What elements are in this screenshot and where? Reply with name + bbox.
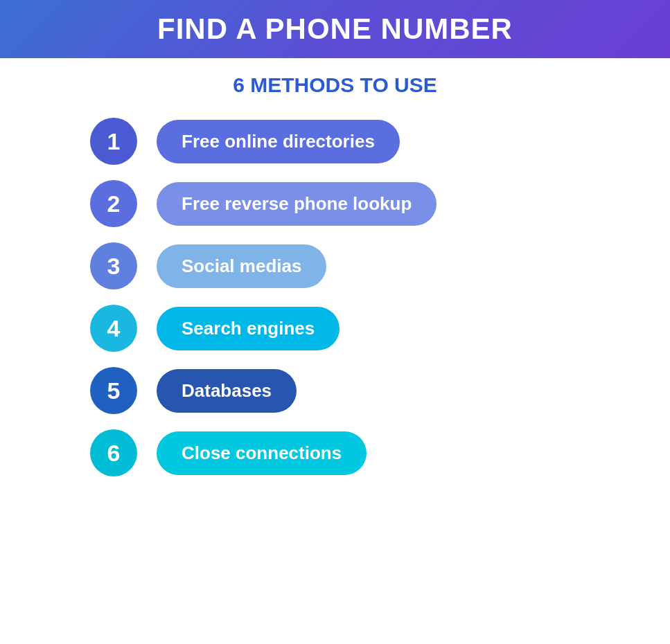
- method-number-4: 4: [90, 305, 137, 352]
- method-item: 6Close connections: [90, 429, 580, 476]
- method-label-4: Search engines: [157, 307, 340, 350]
- method-item: 5Databases: [90, 367, 580, 414]
- method-label-3: Social medias: [157, 244, 326, 288]
- method-item: 3Social medias: [90, 242, 580, 289]
- method-label-1: Free online directories: [157, 120, 400, 163]
- subtitle: 6 METHODS TO USE: [233, 73, 437, 97]
- method-label-2: Free reverse phone lookup: [157, 182, 437, 226]
- main-title: FIND A PHONE NUMBER: [28, 12, 642, 46]
- method-number-3: 3: [90, 242, 137, 289]
- method-number-2: 2: [90, 180, 137, 227]
- method-label-6: Close connections: [157, 431, 367, 475]
- method-label-5: Databases: [157, 369, 297, 413]
- method-item: 4Search engines: [90, 305, 580, 352]
- methods-list: 1Free online directories2Free reverse ph…: [0, 118, 670, 476]
- method-number-1: 1: [90, 118, 137, 165]
- method-number-6: 6: [90, 429, 137, 476]
- method-number-5: 5: [90, 367, 137, 414]
- method-item: 2Free reverse phone lookup: [90, 180, 580, 227]
- method-item: 1Free online directories: [90, 118, 580, 165]
- header-banner: FIND A PHONE NUMBER: [0, 0, 670, 58]
